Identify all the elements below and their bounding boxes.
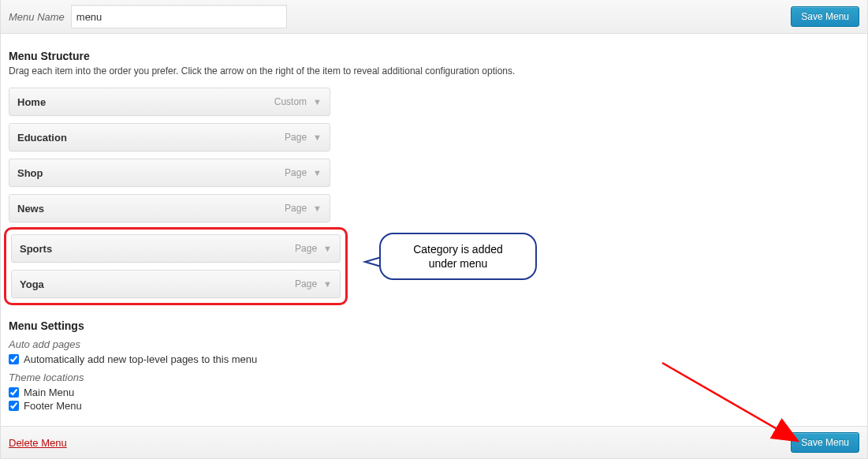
chevron-down-icon[interactable]: ▼	[323, 244, 332, 253]
footer-menu-checkbox[interactable]	[9, 401, 19, 411]
menu-items-list: Home Custom ▼ Education Page ▼	[9, 88, 330, 305]
menu-item-type: Page	[285, 203, 307, 214]
chevron-down-icon[interactable]: ▼	[323, 279, 332, 289]
menu-header-bar: Menu Name Save Menu	[1, 0, 867, 34]
menu-settings-heading: Menu Settings	[9, 319, 859, 332]
menu-item[interactable]: Home Custom ▼	[9, 88, 330, 116]
chevron-down-icon[interactable]: ▼	[313, 168, 322, 177]
footer-menu-text: Footer Menu	[24, 400, 82, 412]
delete-menu-link[interactable]: Delete Menu	[9, 437, 67, 449]
theme-location-row[interactable]: Footer Menu	[9, 400, 859, 412]
menu-item[interactable]: Sports Page ▼	[11, 234, 341, 263]
menu-item[interactable]: Yoga Page ▼	[11, 270, 341, 298]
auto-add-pages-row[interactable]: Automatically add new top-level pages to…	[9, 353, 859, 365]
menu-structure-heading: Menu Structure	[9, 50, 859, 62]
menu-structure-desc: Drag each item into the order you prefer…	[9, 65, 859, 77]
menu-item-title: Sports	[20, 243, 52, 255]
annotation-highlight-box: Sports Page ▼ Yoga Page ▼	[4, 227, 348, 305]
menu-edit-panel: Menu Name Save Menu Menu Structure Drag …	[0, 0, 868, 459]
menu-item-title: Shop	[17, 167, 43, 179]
callout-text-line2: under menu	[395, 256, 521, 271]
menu-name-input[interactable]	[71, 5, 287, 28]
save-menu-button-bottom[interactable]: Save Menu	[791, 432, 859, 453]
chevron-down-icon[interactable]: ▼	[313, 97, 322, 106]
menu-item-type: Custom	[274, 96, 307, 107]
menu-item-title: Yoga	[20, 278, 44, 290]
menu-name-label: Menu Name	[9, 11, 65, 23]
callout-text-line1: Category is added	[395, 242, 521, 256]
auto-add-pages-text: Automatically add new top-level pages to…	[24, 353, 257, 365]
menu-item[interactable]: Education Page ▼	[9, 123, 330, 151]
menu-footer-bar: Delete Menu Save Menu	[1, 426, 867, 458]
menu-item-title: Home	[17, 96, 46, 108]
chevron-down-icon[interactable]: ▼	[313, 133, 322, 142]
menu-item-title: Education	[17, 132, 67, 144]
menu-settings: Menu Settings Auto add pages Automatical…	[9, 319, 859, 412]
theme-locations-label: Theme locations	[9, 372, 859, 383]
main-menu-text: Main Menu	[24, 386, 74, 398]
save-menu-button-top[interactable]: Save Menu	[791, 6, 859, 27]
menu-item-type: Page	[285, 167, 307, 178]
menu-item-type: Page	[285, 132, 307, 143]
chevron-down-icon[interactable]: ▼	[313, 203, 322, 213]
menu-item-title: News	[17, 203, 44, 215]
menu-item-type: Page	[295, 243, 317, 254]
theme-location-row[interactable]: Main Menu	[9, 386, 859, 398]
menu-item-type: Page	[295, 278, 317, 289]
menu-item[interactable]: News Page ▼	[9, 194, 330, 222]
auto-add-pages-label: Auto add pages	[9, 338, 859, 350]
main-menu-checkbox[interactable]	[9, 387, 19, 398]
menu-item[interactable]: Shop Page ▼	[9, 159, 330, 187]
auto-add-pages-checkbox[interactable]	[9, 354, 19, 364]
callout-tail-icon	[362, 250, 386, 274]
